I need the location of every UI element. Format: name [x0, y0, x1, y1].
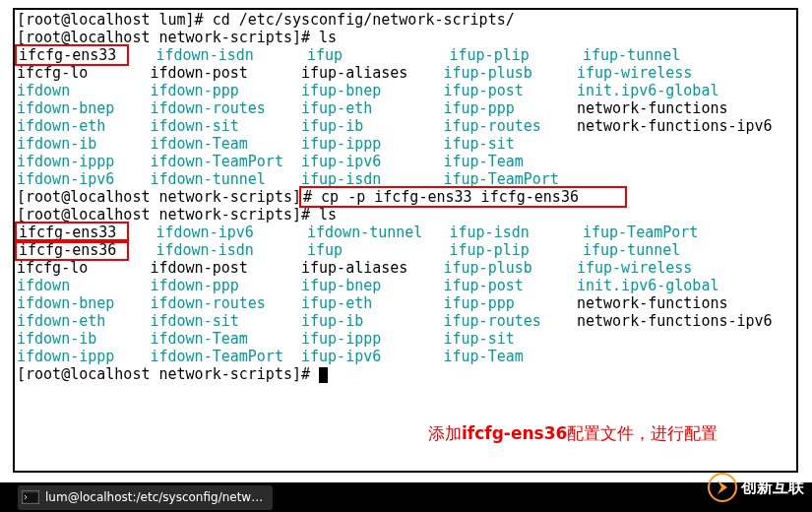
ls-entry: ifdown-ppp: [150, 82, 301, 99]
ls-entry: ifup-Team: [444, 348, 577, 365]
ls-entry: ifup-wireless: [577, 259, 798, 277]
highlight-box: # cp -p ifcfg-ens33 ifcfg-ens36: [299, 186, 627, 208]
ls-entry: ifup-ib: [301, 312, 444, 330]
ls-entry: ifdown-isdn: [156, 46, 307, 64]
ls-entry: ifcfg-ens36: [17, 241, 156, 259]
ls-entry: ifup-ipv6: [301, 153, 444, 170]
ls-entry: network-functions-ipv6: [577, 117, 798, 135]
ls-entry: ifup-sit: [444, 330, 577, 348]
shell-prompt: [root@localhost network-scripts]: [17, 188, 301, 206]
watermark: 创新互联: [708, 473, 804, 502]
ls-entry: ifdown-Team: [150, 135, 301, 153]
ls-entry: ifup: [307, 241, 450, 259]
shell-command: ls: [319, 206, 337, 224]
ls-entry: ifdown: [17, 82, 150, 99]
ls-entry: ifdown: [17, 277, 150, 294]
terminal-window: [root@localhost lum]# cd /etc/sysconfig/…: [13, 8, 798, 473]
ls-entry: ifdown-ib: [17, 135, 150, 153]
ls-entry: ifup: [307, 46, 450, 64]
ls-entry: ifup-ipv6: [301, 348, 444, 365]
ls-entry: ifdown-post: [150, 64, 301, 82]
ls-entry: network-functions: [577, 294, 798, 312]
shell-prompt: [root@localhost network-scripts]#: [17, 365, 319, 383]
ls-entry: ifup-eth: [301, 99, 444, 117]
ls-entry: ifup-ippp: [301, 135, 444, 153]
ls-entry: network-functions: [577, 99, 798, 117]
ls-entry: ifdown-routes: [150, 99, 301, 117]
ls-entry: ifup-routes: [444, 117, 577, 135]
terminal-icon: [22, 489, 39, 505]
ls-entry: ifdown-eth: [17, 312, 150, 330]
highlight-box: ifcfg-ens36: [15, 239, 129, 261]
ls-entry: ifdown-ippp: [17, 348, 150, 365]
ls-entry: ifdown-ipv6: [17, 170, 150, 188]
ls-entry: ifup-bnep: [301, 277, 444, 294]
ls-entry: ifdown-sit: [150, 312, 301, 330]
ls-entry: ifup-routes: [444, 312, 577, 330]
ls-entry: ifup-aliases: [301, 64, 444, 82]
ls-entry: ifup-plusb: [444, 259, 577, 277]
taskbar: lum@localhost:/etc/sysconfig/netw…: [0, 482, 812, 512]
ls-entry: ifup-bnep: [301, 82, 444, 99]
ls-entry: ifdown-ib: [17, 330, 150, 348]
ls-entry: ifup-ib: [301, 117, 444, 135]
ls-entry: ifup-post: [444, 82, 577, 99]
shell-command: ls: [319, 29, 337, 46]
ls-entry: ifdown-Team: [150, 330, 301, 348]
ls-entry: ifdown-routes: [150, 294, 301, 312]
ls-entry: ifup-plip: [450, 46, 583, 64]
ls-entry: ifdown-tunnel: [307, 224, 450, 241]
ls-entry: [577, 348, 798, 365]
terminal-output[interactable]: [root@localhost lum]# cd /etc/sysconfig/…: [15, 10, 796, 471]
ls-entry: ifup-isdn: [450, 224, 583, 241]
ls-entry: ifcfg-lo: [17, 64, 150, 82]
ls-entry: ifdown-bnep: [17, 99, 150, 117]
taskbar-item-label: lum@localhost:/etc/sysconfig/netw…: [45, 490, 263, 504]
ls-entry: ifdown-isdn: [156, 241, 307, 259]
ls-entry: [577, 330, 798, 348]
ls-entry: ifup-Team: [444, 153, 577, 170]
ls-entry: ifup-ppp: [444, 99, 577, 117]
ls-entry: init.ipv6-global: [577, 277, 798, 294]
highlight-box: ifcfg-ens33: [15, 44, 129, 66]
watermark-text: 创新互联: [741, 478, 804, 498]
ls-entry: init.ipv6-global: [577, 82, 798, 99]
ls-entry: ifup-ppp: [444, 294, 577, 312]
ls-entry: ifdown-TeamPort: [150, 348, 301, 365]
ls-entry: ifdown-sit: [150, 117, 301, 135]
ls-entry: ifup-post: [444, 277, 577, 294]
ls-entry: ifup-ippp: [301, 330, 444, 348]
ls-entry: ifdown-post: [150, 259, 301, 277]
annotation-text: 添加ifcfg-ens36配置文件，进行配置: [428, 422, 718, 445]
watermark-logo-icon: [708, 473, 737, 502]
ls-entry: ifdown-ippp: [17, 153, 150, 170]
ls-entry: ifup-plip: [450, 241, 583, 259]
ls-entry: ifup-eth: [301, 294, 444, 312]
ls-entry: ifup-sit: [444, 135, 577, 153]
taskbar-item-terminal[interactable]: lum@localhost:/etc/sysconfig/netw…: [18, 485, 273, 510]
svg-rect-1: [24, 493, 38, 503]
shell-command: cd /etc/sysconfig/network-scripts/: [213, 11, 515, 29]
ls-entry: ifdown-TeamPort: [150, 153, 301, 170]
ls-entry: ifcfg-ens33: [17, 46, 156, 64]
ls-entry: ifdown-ppp: [150, 277, 301, 294]
ls-entry: ifup-tunnel: [583, 46, 798, 64]
ls-entry: ifdown-tunnel: [150, 170, 301, 188]
ls-entry: ifup-tunnel: [583, 241, 798, 259]
ls-entry: ifup-wireless: [577, 64, 798, 82]
ls-entry: ifcfg-lo: [17, 259, 150, 277]
cursor[interactable]: [319, 367, 328, 383]
ls-entry: network-functions-ipv6: [577, 312, 798, 330]
shell-prompt: [root@localhost lum]#: [17, 11, 213, 29]
ls-entry: ifup-aliases: [301, 259, 444, 277]
ls-entry: ifdown-eth: [17, 117, 150, 135]
ls-entry: ifdown-bnep: [17, 294, 150, 312]
ls-entry: ifdown-ipv6: [156, 224, 307, 241]
ls-entry: ifup-plusb: [444, 64, 577, 82]
ls-entry: ifup-TeamPort: [583, 224, 798, 241]
ls-entry: [577, 153, 798, 170]
ls-entry: [577, 135, 798, 153]
